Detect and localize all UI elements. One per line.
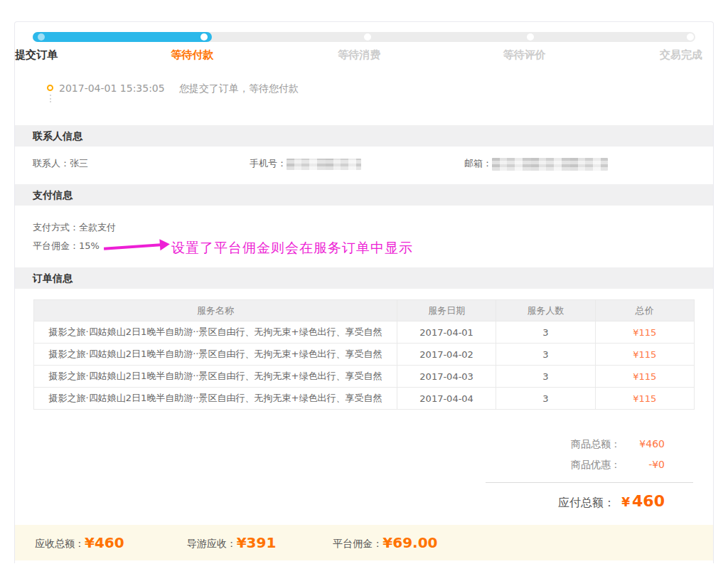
contact-email-label: 邮箱： (464, 158, 492, 169)
service-date-cell: 2017-04-01 (397, 321, 496, 344)
goods-discount-row: 商品优惠： -¥0 (486, 459, 693, 472)
table-row: 摄影之旅·四姑娘山2日1晚半自助游··景区自由行、无拘无束+绿色出行、享受自然 … (34, 321, 695, 344)
platform-commission-total-value: ¥69.00 (382, 534, 437, 551)
platform-commission: 平台佣金：15% (33, 240, 100, 252)
payment-section-title: 支付信息 (15, 184, 713, 206)
service-people-cell: 3 (496, 344, 595, 366)
totals-footer-bar: 应收总额：¥460 导游应收：¥391 平台佣金：¥69.00 (15, 525, 713, 560)
service-name-cell: 摄影之旅·四姑娘山2日1晚半自助游··景区自由行、无拘无束+绿色出行、享受自然 (34, 388, 397, 410)
order-progress (15, 22, 713, 42)
contact-email: 邮箱： (464, 157, 608, 171)
service-people-cell: 3 (496, 366, 595, 388)
contact-phone: 手机号： (250, 157, 361, 170)
platform-commission-total-label: 平台佣金： (333, 538, 382, 549)
step-await-review: 等待评价 (503, 48, 546, 62)
order-detail-panel: 提交订单 等待付款 等待消费 等待评价 交易完成 2017-04-01 15:3… (14, 21, 714, 563)
service-name-cell: 摄影之旅·四姑娘山2日1晚半自助游··景区自由行、无拘无束+绿色出行、享受自然 (34, 366, 397, 388)
service-name-cell: 摄影之旅·四姑娘山2日1晚半自助游··景区自由行、无拘无束+绿色出行、享受自然 (34, 321, 397, 344)
order-timeline: 2017-04-01 15:35:05 您提交了订单，等待您付款 (47, 83, 713, 105)
table-row: 摄影之旅·四姑娘山2日1晚半自助游··景区自由行、无拘无束+绿色出行、享受自然 … (34, 366, 695, 388)
service-price-cell: ¥115 (595, 344, 694, 366)
guide-receivable-value: ¥391 (237, 534, 277, 551)
currency-symbol: ¥ (621, 495, 630, 509)
goods-discount-label: 商品优惠： (571, 459, 621, 472)
step-submit-order: 提交订单 (15, 48, 58, 62)
goods-total-value: ¥460 (621, 438, 665, 449)
receivable-total: 应收总额：¥460 (35, 534, 124, 551)
payable-total-value: ¥460 (615, 492, 665, 510)
service-date-cell: 2017-04-04 (397, 388, 496, 410)
payment-method-label: 支付方式： (33, 222, 79, 233)
annotation-arrow-icon (104, 243, 161, 250)
contact-name-label: 联系人： (33, 158, 70, 169)
service-price-cell: ¥115 (595, 366, 694, 388)
table-row: 摄影之旅·四姑娘山2日1晚半自助游··景区自由行、无拘无束+绿色出行、享受自然 … (34, 388, 695, 410)
guide-receivable-label: 导游应收： (187, 538, 237, 549)
service-name-cell: 摄影之旅·四姑娘山2日1晚半自助游··景区自由行、无拘无束+绿色出行、享受自然 (34, 344, 397, 366)
timeline-event-text: 您提交了订单，等待您付款 (179, 83, 299, 95)
table-row: 摄影之旅·四姑娘山2日1晚半自助游··景区自由行、无拘无束+绿色出行、享受自然 … (34, 344, 695, 366)
step-transaction-complete: 交易完成 (660, 48, 702, 62)
step-dot-icon (687, 33, 694, 41)
contact-phone-label: 手机号： (250, 158, 287, 169)
timeline-timestamp: 2017-04-01 15:35:05 (59, 83, 165, 94)
column-header-service-date: 服务日期 (397, 300, 496, 321)
email-redacted-mosaic (492, 158, 608, 171)
table-header-row: 服务名称 服务日期 服务人数 总价 (34, 300, 695, 321)
payable-total-label: 应付总额： (558, 496, 615, 511)
step-dot-icon (38, 33, 45, 41)
service-date-cell: 2017-04-03 (397, 366, 496, 388)
contact-section-body: 联系人：张三 手机号： 邮箱： (15, 147, 713, 184)
step-await-payment: 等待付款 (171, 48, 213, 62)
goods-total-row: 商品总额： ¥460 (486, 438, 693, 451)
payable-amount: 460 (632, 492, 665, 510)
payment-section-body: 支付方式：全款支付 平台佣金：15% 设置了平台佣金则会在服务订单中显示 (15, 206, 713, 267)
contact-name-value: 张三 (70, 158, 88, 169)
column-header-service-name: 服务名称 (34, 300, 397, 321)
step-dot-icon (527, 33, 534, 41)
service-people-cell: 3 (496, 388, 595, 410)
payable-total-row: 应付总额： ¥460 (486, 492, 693, 511)
order-section-title: 订单信息 (15, 267, 713, 289)
order-summary: 商品总额： ¥460 商品优惠： -¥0 应付总额： ¥460 (486, 438, 693, 511)
receivable-total-value: ¥460 (85, 534, 124, 551)
timeline-dotted-line (50, 95, 51, 102)
step-dot-icon (200, 33, 208, 41)
platform-commission-label: 平台佣金： (33, 240, 79, 251)
platform-commission-value: 15% (79, 240, 100, 251)
step-labels: 提交订单 等待付款 等待消费 等待评价 交易完成 (15, 48, 713, 64)
step-await-consumption: 等待消费 (338, 48, 380, 62)
progress-track (33, 32, 695, 42)
service-price-cell: ¥115 (595, 321, 694, 344)
platform-commission-total: 平台佣金：¥69.00 (333, 534, 437, 551)
timeline-dot-icon (47, 85, 53, 91)
receivable-total-label: 应收总额： (35, 538, 85, 549)
phone-redacted-mosaic (287, 159, 361, 170)
annotation-text: 设置了平台佣金则会在服务订单中显示 (171, 239, 413, 257)
service-people-cell: 3 (496, 321, 595, 344)
payment-method-value: 全款支付 (79, 222, 116, 233)
contact-section-title: 联系人信息 (15, 125, 713, 147)
progress-fill (33, 32, 212, 42)
summary-divider (486, 482, 693, 483)
service-date-cell: 2017-04-02 (397, 344, 496, 366)
guide-receivable: 导游应收：¥391 (187, 534, 277, 551)
goods-total-label: 商品总额： (571, 438, 621, 451)
goods-discount-value: -¥0 (621, 459, 665, 470)
column-header-service-people: 服务人数 (496, 300, 595, 321)
payment-method: 支付方式：全款支付 (33, 221, 116, 234)
service-price-cell: ¥115 (595, 388, 694, 410)
step-dot-icon (364, 33, 371, 41)
contact-name: 联系人：张三 (33, 157, 88, 170)
column-header-total-price: 总价 (595, 300, 694, 321)
order-items-table: 服务名称 服务日期 服务人数 总价 摄影之旅·四姑娘山2日1晚半自助游··景区自… (33, 299, 695, 410)
